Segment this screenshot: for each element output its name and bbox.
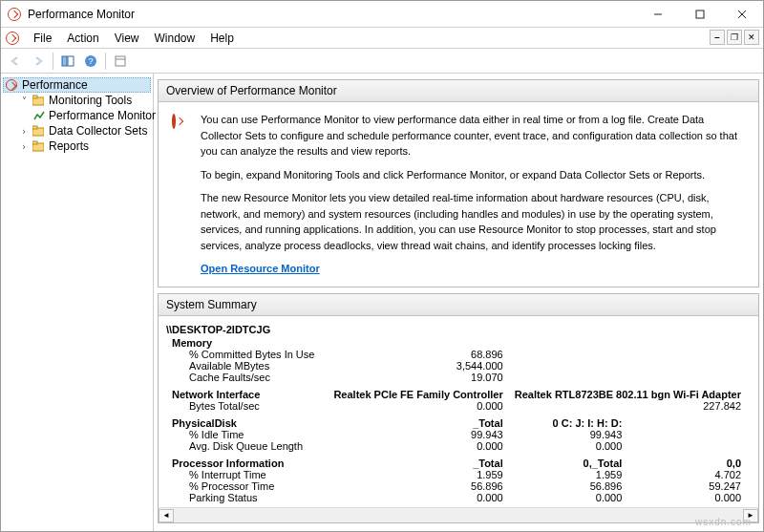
processor-category: Processor Information bbox=[166, 452, 328, 469]
performance-icon bbox=[5, 78, 18, 92]
metric-idle-label: % Idle Time bbox=[166, 429, 328, 440]
nav-tree[interactable]: Performance ˅ Monitoring Tools Performan… bbox=[1, 74, 154, 531]
metric-queue-label: Avg. Disk Queue Length bbox=[166, 440, 328, 452]
disk-col-2: 0 C: J: I: H: D: bbox=[509, 412, 628, 429]
metric-interrupt-c3: 4.702 bbox=[627, 469, 747, 480]
metric-queue-c1: 0.000 bbox=[328, 440, 508, 452]
help-button[interactable]: ? bbox=[80, 51, 101, 72]
metric-interrupt-c1: 1.959 bbox=[328, 469, 508, 480]
maximize-button[interactable] bbox=[679, 1, 721, 27]
tree-label-performance-monitor: Performance Monitor bbox=[49, 109, 156, 122]
svg-rect-15 bbox=[32, 141, 37, 144]
overview-header: Overview of Performance Monitor bbox=[159, 80, 758, 102]
metric-bytes-label: Bytes Total/sec bbox=[166, 400, 328, 412]
menu-view[interactable]: View bbox=[107, 30, 147, 47]
expand-icon[interactable]: › bbox=[18, 126, 30, 137]
hostname-label: \\DESKTOP-2IDTCJG bbox=[166, 324, 747, 335]
content-pane: Overview of Performance Monitor You can … bbox=[154, 74, 763, 531]
network-col-1: Realtek PCIe FE Family Controller bbox=[328, 383, 508, 400]
mdi-restore-button[interactable]: ❐ bbox=[727, 30, 742, 45]
svg-rect-8 bbox=[116, 56, 125, 66]
performance-large-icon bbox=[172, 114, 191, 133]
back-button[interactable] bbox=[5, 51, 26, 72]
watermark-text: wsxdn.com bbox=[695, 517, 752, 527]
folder-icon bbox=[32, 94, 45, 107]
window-controls bbox=[637, 1, 763, 27]
tree-node-monitoring-tools[interactable]: ˅ Monitoring Tools bbox=[16, 93, 151, 108]
close-button[interactable] bbox=[721, 1, 763, 27]
menu-file[interactable]: File bbox=[26, 30, 59, 47]
system-summary-scroll[interactable]: \\DESKTOP-2IDTCJG Memory % Committed Byt… bbox=[159, 316, 758, 508]
metric-cpu-c1: 56.896 bbox=[328, 480, 508, 492]
system-summary-panel: System Summary \\DESKTOP-2IDTCJG Memory … bbox=[158, 293, 759, 524]
folder-icon bbox=[32, 139, 45, 153]
network-col-2: Realtek RTL8723BE 802.11 bgn Wi-Fi Adapt… bbox=[509, 383, 747, 400]
metric-idle-c2: 99.943 bbox=[509, 429, 628, 440]
mdi-controls: ‒ ❐ ✕ bbox=[710, 30, 759, 45]
forward-button[interactable] bbox=[28, 51, 49, 72]
metrics-table: Memory % Committed Bytes In Use68.896 Av… bbox=[166, 337, 747, 503]
expand-icon[interactable]: › bbox=[18, 141, 30, 152]
metric-queue-c2: 0.000 bbox=[509, 440, 628, 452]
collapse-icon[interactable]: ˅ bbox=[18, 96, 30, 106]
metric-interrupt-label: % Interrupt Time bbox=[166, 469, 328, 480]
metric-interrupt-c2: 1.959 bbox=[509, 469, 628, 480]
network-category: Network Interface bbox=[166, 383, 328, 400]
svg-rect-4 bbox=[62, 56, 67, 66]
metric-parking-c1: 0.000 bbox=[328, 492, 508, 503]
app-window: Performance Monitor File Action View Win… bbox=[0, 0, 764, 532]
tree-label-data-collector-sets: Data Collector Sets bbox=[49, 124, 147, 138]
disk-col-1: _Total bbox=[328, 412, 508, 429]
svg-text:?: ? bbox=[88, 56, 93, 66]
mdi-minimize-button[interactable]: ‒ bbox=[710, 30, 725, 45]
menu-bar: File Action View Window Help ‒ ❐ ✕ bbox=[1, 28, 763, 49]
metric-committed-label: % Committed Bytes In Use bbox=[166, 349, 328, 360]
app-menu-icon[interactable] bbox=[5, 31, 20, 46]
properties-button[interactable] bbox=[110, 51, 131, 72]
app-body: Performance ˅ Monitoring Tools Performan… bbox=[1, 74, 763, 531]
metric-idle-c1: 99.943 bbox=[328, 429, 508, 440]
metric-parking-c2: 0.000 bbox=[509, 492, 628, 503]
horizontal-scrollbar[interactable]: ◄ ► bbox=[159, 507, 758, 522]
show-hide-tree-button[interactable] bbox=[57, 51, 78, 72]
toolbar-separator-2 bbox=[105, 53, 106, 70]
svg-rect-1 bbox=[696, 11, 704, 18]
menu-window[interactable]: Window bbox=[147, 30, 203, 47]
toolbar: ? bbox=[1, 49, 763, 74]
open-resource-monitor-link[interactable]: Open Resource Monitor bbox=[201, 261, 745, 277]
overview-paragraph-3: The new Resource Monitor lets you view d… bbox=[201, 190, 745, 253]
mdi-close-button[interactable]: ✕ bbox=[744, 30, 759, 45]
tree-label-performance: Performance bbox=[22, 78, 88, 92]
metric-cache-label: Cache Faults/sec bbox=[166, 372, 328, 383]
tree-node-reports[interactable]: › Reports bbox=[16, 138, 151, 154]
menu-action[interactable]: Action bbox=[59, 30, 106, 47]
metric-parking-label: Parking Status bbox=[166, 492, 328, 503]
metric-bytes-c1: 0.000 bbox=[328, 400, 508, 412]
system-summary-header: System Summary bbox=[159, 294, 758, 316]
proc-col-3: 0,0 bbox=[627, 452, 747, 469]
metric-committed-value: 68.896 bbox=[328, 349, 508, 360]
overview-panel: Overview of Performance Monitor You can … bbox=[158, 79, 759, 287]
metric-cpu-label: % Processor Time bbox=[166, 480, 328, 492]
window-title: Performance Monitor bbox=[28, 8, 637, 21]
tree-node-performance-monitor[interactable]: Performance Monitor bbox=[30, 108, 151, 123]
title-bar: Performance Monitor bbox=[1, 1, 763, 28]
metric-cpu-c2: 56.896 bbox=[509, 480, 628, 492]
tree-label-reports: Reports bbox=[49, 139, 89, 153]
memory-category: Memory bbox=[166, 337, 328, 349]
app-icon bbox=[7, 7, 22, 22]
tree-node-data-collector-sets[interactable]: › Data Collector Sets bbox=[16, 123, 151, 138]
scroll-left-button[interactable]: ◄ bbox=[159, 509, 174, 522]
chart-icon bbox=[33, 109, 45, 122]
metric-cache-value: 19.070 bbox=[328, 372, 508, 383]
metric-cpu-c3: 59.247 bbox=[627, 480, 747, 492]
tree-label-monitoring-tools: Monitoring Tools bbox=[49, 94, 132, 107]
metric-available-label: Available MBytes bbox=[166, 360, 328, 372]
menu-help[interactable]: Help bbox=[202, 30, 242, 47]
metric-available-value: 3,544.000 bbox=[328, 360, 508, 372]
metric-parking-c3: 0.000 bbox=[627, 492, 747, 503]
toolbar-separator bbox=[53, 53, 53, 70]
minimize-button[interactable] bbox=[637, 1, 679, 27]
disk-category: PhysicalDisk bbox=[166, 412, 328, 429]
tree-node-performance[interactable]: Performance bbox=[3, 77, 151, 93]
